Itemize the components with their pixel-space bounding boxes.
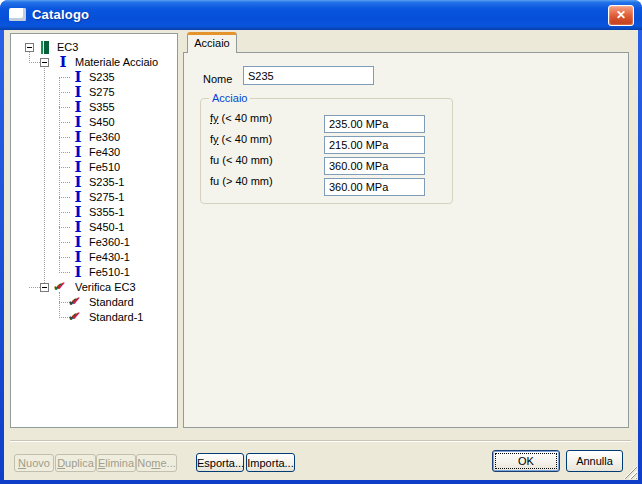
tree-item-s235-1[interactable]: IS235-1 [11, 175, 177, 190]
tree-item-fe360-1[interactable]: IFe360-1 [11, 235, 177, 250]
tree-connector-stub [59, 122, 70, 123]
tree-connector-stub [59, 257, 70, 258]
fy2-input[interactable] [324, 136, 425, 154]
titlebar[interactable]: Catalogo ✕ [0, 0, 642, 30]
tree-item-s275-1[interactable]: IS275-1 [11, 190, 177, 205]
tree-connector-stub [59, 137, 70, 138]
annulla-button[interactable]: Annulla [566, 450, 623, 472]
expander-minus-icon[interactable] [25, 43, 34, 52]
tree-item-label: S235 [89, 70, 115, 85]
close-button[interactable]: ✕ [608, 5, 634, 26]
tree-item-label: S355 [89, 100, 115, 115]
catalogo-dialog: Catalogo ✕ EC3IMateriale AcciaioIS235IS2… [0, 0, 642, 484]
tree-item-label: S450-1 [89, 220, 124, 235]
tree-item-label: Fe360-1 [89, 235, 130, 250]
tree-item-fe360[interactable]: IFe360 [11, 130, 177, 145]
tree-item-fe510[interactable]: IFe510 [11, 160, 177, 175]
resize-grip[interactable] [623, 465, 637, 479]
check-red-icon: ✔✔ [70, 295, 86, 310]
fy1-label: fy (< 40 mm) [210, 112, 272, 124]
tree-item-label: S235-1 [89, 175, 124, 190]
tree-item-s275[interactable]: IS275 [11, 85, 177, 100]
tree-item-label: S450 [89, 115, 115, 130]
tree-item-s450[interactable]: IS450 [11, 115, 177, 130]
window-title: Catalogo [32, 7, 89, 22]
tree-item-label: Fe510 [89, 160, 120, 175]
ok-button[interactable]: OK [492, 450, 560, 472]
nome-input[interactable] [243, 66, 374, 85]
window-icon [9, 8, 26, 21]
tree-item-label: Fe430-1 [89, 250, 130, 265]
tree-item-standard[interactable]: ✔✔Standard [11, 295, 177, 310]
acciaio-groupbox: Acciaio fy (< 40 mm) fy (< 40 mm) fu (< … [200, 98, 453, 204]
duplica-button[interactable]: Duplica [55, 454, 96, 472]
tree-connector-stub [59, 212, 70, 213]
material-tree[interactable]: EC3IMateriale AcciaioIS235IS275IS355IS45… [10, 33, 178, 428]
tree-item-verifica-ec3[interactable]: ✔✔Verifica EC3 [11, 280, 177, 295]
separator [10, 440, 631, 442]
fy1-input[interactable] [324, 115, 425, 133]
tab-page-acciaio: Nome Acciaio fy (< 40 mm) fy (< 40 mm) f… [183, 52, 629, 428]
tree-connector-stub [29, 62, 40, 63]
fu1-label: fu (< 40 mm) [210, 154, 273, 166]
tree-item-label: S275 [89, 85, 115, 100]
tree-item-fe430[interactable]: IFe430 [11, 145, 177, 160]
tree-connector-stub [59, 107, 70, 108]
fu1-input[interactable] [324, 157, 425, 175]
tree-item-label: S275-1 [89, 190, 124, 205]
tree-connector-stub [59, 227, 70, 228]
tab-acciaio-label: Acciaio [194, 37, 229, 49]
expander-minus-icon[interactable] [40, 58, 49, 67]
elimina-button[interactable]: Elimina [96, 454, 136, 472]
ibeam-blue-icon: I [55, 55, 71, 70]
tree-connector-stub [59, 182, 70, 183]
tree-item-label: Standard [89, 295, 134, 310]
tree-connector-stub [59, 272, 70, 273]
check-green-red-icon: ✔✔ [55, 280, 71, 295]
check-red-icon: ✔✔ [70, 310, 86, 325]
tree-item-ec3[interactable]: EC3 [11, 40, 177, 55]
tree-item-fe430-1[interactable]: IFe430-1 [11, 250, 177, 265]
tree-item-label: Materiale Acciaio [75, 55, 158, 70]
expander-minus-icon[interactable] [40, 283, 49, 292]
importa-button[interactable]: Importa... [246, 453, 295, 472]
tree-connector-stub [59, 77, 70, 78]
fu2-input[interactable] [324, 178, 425, 196]
tree-item-label: Verifica EC3 [75, 280, 136, 295]
tree-connector-stub [59, 92, 70, 93]
tree-item-s355[interactable]: IS355 [11, 100, 177, 115]
acciaio-group-label: Acciaio [209, 92, 250, 104]
tree-item-label: Fe430 [89, 145, 120, 160]
tree-item-label: Fe360 [89, 130, 120, 145]
tree-item-label: Standard-1 [89, 310, 143, 325]
nome-label: Nome [203, 73, 232, 85]
tab-acciaio[interactable]: Acciaio [187, 32, 237, 53]
tree-item-s235[interactable]: IS235 [11, 70, 177, 85]
tree-connector-stub [59, 152, 70, 153]
ibeam-blue-icon: I [70, 265, 86, 280]
fu2-label: fu (> 40 mm) [210, 175, 273, 187]
beam-green-icon [41, 41, 49, 54]
dialog-body: EC3IMateriale AcciaioIS235IS275IS355IS45… [4, 30, 638, 480]
nuovo-button[interactable]: Nuovo [14, 454, 54, 472]
tree-item-label: S355-1 [89, 205, 124, 220]
fy2-label: fy (< 40 mm) [210, 133, 272, 145]
check-glyph: ✔ [71, 310, 81, 323]
check-glyph: ✔ [56, 280, 66, 293]
check-glyph: ✔ [71, 295, 81, 308]
tree-connector-stub [29, 287, 40, 288]
tree-connector-stub [59, 197, 70, 198]
nome-button[interactable]: Nome... [136, 454, 177, 472]
tree-item-s355-1[interactable]: IS355-1 [11, 205, 177, 220]
tree-item-materiale-acciaio[interactable]: IMateriale Acciaio [11, 55, 177, 70]
tree-item-s450-1[interactable]: IS450-1 [11, 220, 177, 235]
tree-connector-stub [59, 167, 70, 168]
close-icon: ✕ [616, 8, 626, 22]
tree-item-standard-1[interactable]: ✔✔Standard-1 [11, 310, 177, 325]
esporta-button[interactable]: Esporta... [196, 453, 244, 472]
tree-item-label: Fe510-1 [89, 265, 130, 280]
tree-item-fe510-1[interactable]: IFe510-1 [11, 265, 177, 280]
tree-connector-stub [59, 242, 70, 243]
